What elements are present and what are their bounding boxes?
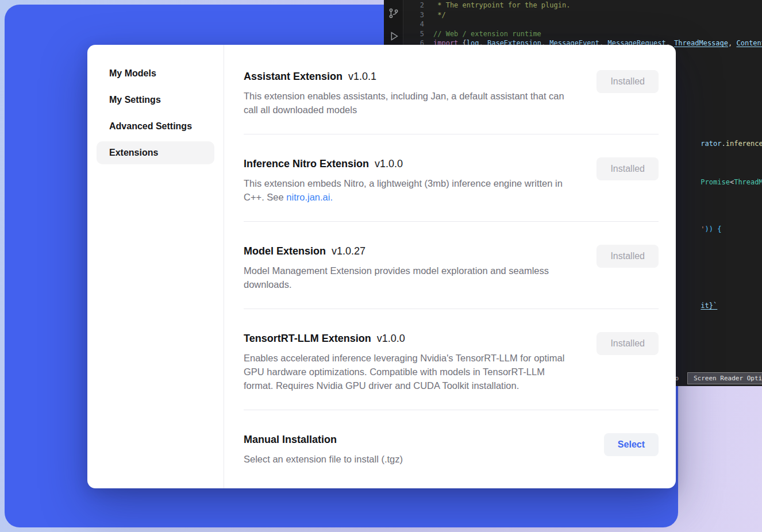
- code-token: ,: [728, 39, 736, 47]
- code-text: * The entrypoint for the plugin.: [433, 1, 570, 9]
- manual-installation-title: Manual Installation: [244, 433, 590, 446]
- code-text: */: [433, 11, 446, 19]
- extension-version: v1.0.0: [377, 333, 405, 344]
- manual-installation-row: Manual Installation Select an extension …: [244, 433, 659, 466]
- nitro-link[interactable]: nitro.jan.ai.: [286, 192, 333, 202]
- settings-modal: My Models My Settings Advanced Settings …: [87, 45, 676, 488]
- extension-info: Manual Installation Select an extension …: [244, 433, 590, 466]
- installed-button-nitro[interactable]: Installed: [596, 157, 659, 180]
- extension-description: Enables accelerated inference leveraging…: [244, 351, 574, 392]
- extension-heading: Model Extensionv1.0.27: [244, 245, 583, 258]
- extensions-panel: Assistant Extensionv1.0.1 This extension…: [224, 45, 676, 488]
- extension-title: Assistant Extension: [244, 71, 342, 82]
- code-line: 4: [403, 20, 762, 29]
- sidebar-item-extensions[interactable]: Extensions: [97, 141, 214, 164]
- extension-title: TensortRT-LLM Extension: [244, 333, 371, 344]
- select-button[interactable]: Select: [604, 433, 659, 456]
- settings-sidebar: My Models My Settings Advanced Settings …: [87, 45, 224, 488]
- line-number: 2: [403, 1, 433, 9]
- code-fragment: rator.inference(data));: [676, 132, 762, 156]
- extension-version: v1.0.0: [375, 158, 403, 169]
- code-fragment: Promise<ThreadMessage>: [676, 170, 762, 194]
- extension-version: v1.0.27: [332, 245, 365, 257]
- code-text: // Web / extension runtime: [433, 30, 541, 38]
- divider: [244, 221, 659, 222]
- extension-description: Model Management Extension provides mode…: [244, 264, 574, 291]
- extension-info: Assistant Extensionv1.0.1 This extension…: [244, 70, 583, 117]
- installed-button-assistant[interactable]: Installed: [596, 70, 659, 93]
- line-number: 5: [403, 30, 433, 38]
- extension-title: Inference Nitro Extension: [244, 158, 369, 169]
- extension-heading: Inference Nitro Extensionv1.0.0: [244, 157, 583, 171]
- installed-button-model[interactable]: Installed: [596, 245, 659, 268]
- line-number: 4: [403, 20, 433, 28]
- sidebar-item-advanced-settings[interactable]: Advanced Settings: [97, 115, 214, 138]
- extension-title: Model Extension: [244, 245, 326, 257]
- code-fragment: ')) {: [676, 217, 722, 241]
- screen-reader-notice[interactable]: Screen Reader Optimize: [687, 372, 762, 384]
- desktop: 2 * The entrypoint for the plugin. 3 */ …: [0, 0, 762, 532]
- extension-info: Model Extensionv1.0.27 Model Management …: [244, 245, 583, 291]
- extension-row-model: Model Extensionv1.0.27 Model Management …: [244, 245, 659, 291]
- extension-description: This extension embeds Nitro, a lightweig…: [244, 176, 574, 204]
- code-line: 3 */: [403, 10, 762, 20]
- extension-heading: Assistant Extensionv1.0.1: [244, 70, 583, 83]
- code-token: Promise: [701, 178, 730, 186]
- extension-version: v1.0.1: [348, 71, 376, 82]
- code-line: 5 // Web / extension runtime: [403, 29, 762, 39]
- installed-button-tensorrt[interactable]: Installed: [596, 332, 659, 355]
- code-token: ThreadMessage: [734, 178, 762, 186]
- extension-info: TensortRT-LLM Extensionv1.0.0 Enables ac…: [244, 332, 583, 392]
- code-token: .: [721, 140, 725, 148]
- sidebar-item-my-settings[interactable]: My Settings: [97, 88, 214, 111]
- code-token: ContentType: [736, 39, 762, 47]
- source-control-icon[interactable]: [387, 7, 400, 20]
- code-token: ThreadMessage: [674, 39, 728, 47]
- extension-heading: TensortRT-LLM Extensionv1.0.0: [244, 332, 583, 345]
- sidebar-item-my-models[interactable]: My Models: [97, 62, 214, 85]
- code-token: inference: [726, 140, 762, 148]
- divider: [244, 134, 659, 134]
- divider: [244, 309, 659, 309]
- code-token: ': [701, 225, 705, 233]
- extension-title: Manual Installation: [244, 434, 337, 445]
- code-token: )) {: [705, 225, 722, 233]
- divider: [244, 410, 659, 410]
- code-token: rator: [701, 140, 721, 148]
- code-line: 2 * The entrypoint for the plugin.: [403, 1, 762, 10]
- code-token: it}`: [701, 302, 717, 310]
- editor-code-area: 2 * The entrypoint for the plugin. 3 */ …: [403, 1, 762, 48]
- code-fragment: it}`: [676, 294, 717, 318]
- manual-installation-description: Select an extension file to install (.tg…: [244, 452, 574, 466]
- extension-info: Inference Nitro Extensionv1.0.0 This ext…: [244, 157, 583, 204]
- run-debug-icon[interactable]: [387, 30, 400, 43]
- extension-description: This extension enables assistants, inclu…: [244, 89, 574, 117]
- extension-row-nitro: Inference Nitro Extensionv1.0.0 This ext…: [244, 157, 659, 204]
- line-number: 3: [403, 11, 433, 19]
- extension-row-assistant: Assistant Extensionv1.0.1 This extension…: [244, 70, 659, 117]
- extension-row-tensorrt: TensortRT-LLM Extensionv1.0.0 Enables ac…: [244, 332, 659, 392]
